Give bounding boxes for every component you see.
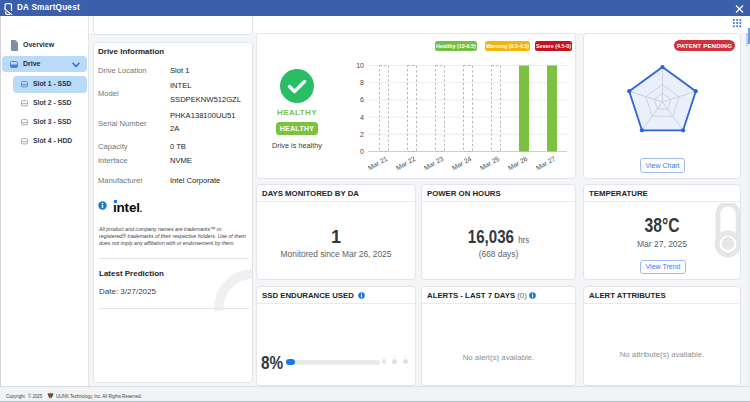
svg-text:0: 0 [360,148,364,155]
svg-text:10: 10 [356,62,364,69]
svg-text:Mar 22: Mar 22 [395,155,417,172]
svg-text:Mar 26: Mar 26 [507,155,529,172]
svg-text:Mar 27: Mar 27 [535,155,557,172]
svg-text:Mar 21: Mar 21 [367,155,389,172]
svg-text:2: 2 [360,131,364,138]
svg-text:Mar 24: Mar 24 [451,155,473,172]
svg-text:4: 4 [360,114,364,121]
svg-text:Mar 23: Mar 23 [423,155,445,172]
svg-text:8: 8 [360,79,364,86]
svg-text:6: 6 [360,96,364,103]
svg-text:Mar 25: Mar 25 [479,155,501,172]
